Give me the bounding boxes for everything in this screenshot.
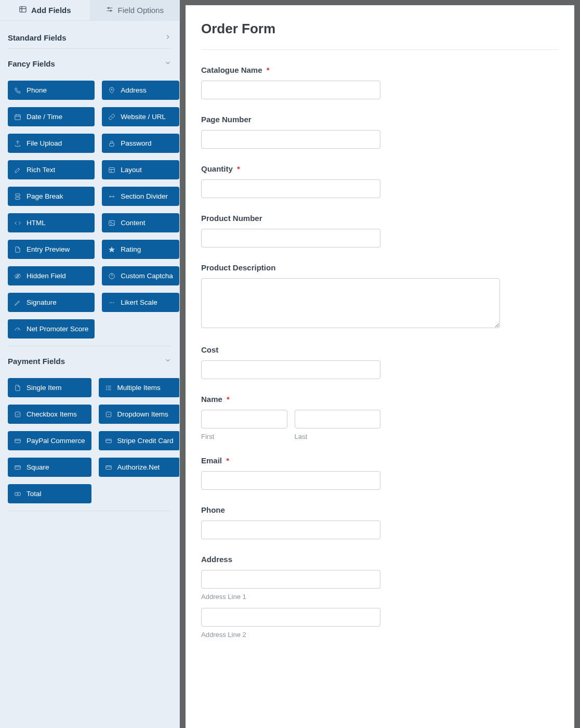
email-input[interactable]: [201, 471, 380, 490]
product-description-input[interactable]: [201, 278, 500, 328]
phone-input[interactable]: [201, 521, 380, 539]
field-name[interactable]: Name * First Last: [201, 395, 559, 440]
svg-line-29: [18, 328, 19, 330]
svg-point-25: [112, 277, 112, 278]
tab-add-fields[interactable]: Add Fields: [0, 0, 90, 20]
field-button-stripe-credit-card[interactable]: Stripe Credit Card: [99, 431, 179, 450]
field-button-page-break[interactable]: Page Break: [8, 187, 95, 206]
eye-off-icon: [14, 272, 21, 280]
field-button-website-url[interactable]: Website / URL: [102, 107, 179, 126]
field-button-label: Password: [121, 139, 151, 147]
page-break-icon: [14, 193, 21, 200]
field-button-content[interactable]: Content: [102, 213, 179, 232]
field-button-date-time[interactable]: Date / Time: [8, 107, 95, 126]
label-text: Phone: [201, 505, 225, 514]
sidebar-body: Standard Fields Fancy Fields PhoneAddres…: [0, 21, 179, 522]
field-catalogue-name[interactable]: Catalogue Name *: [201, 66, 559, 99]
field-button-label: Address: [121, 86, 147, 94]
field-label: Email *: [201, 456, 559, 465]
field-button-label: Entry Preview: [27, 245, 70, 253]
field-email[interactable]: Email *: [201, 456, 559, 490]
svg-point-7: [111, 89, 112, 90]
page-number-input[interactable]: [201, 130, 380, 149]
field-button-square[interactable]: Square: [8, 458, 91, 477]
calendar-icon: [14, 113, 21, 121]
field-button-dropdown-items[interactable]: Dropdown Items: [99, 405, 179, 424]
field-button-section-divider[interactable]: Section Divider: [102, 187, 179, 206]
field-grid-payment: Single ItemMultiple ItemsCheckbox ItemsD…: [8, 372, 172, 511]
field-button-signature[interactable]: Signature: [8, 293, 95, 312]
svg-marker-21: [109, 246, 115, 252]
sublabel-address-line2: Address Line 2: [201, 631, 380, 639]
lock-icon: [108, 140, 115, 147]
phone-icon: [14, 87, 21, 94]
link-icon: [108, 113, 115, 121]
field-address[interactable]: Address Address Line 1 Address Line 2: [201, 555, 559, 639]
field-button-label: Authorize.Net: [117, 463, 160, 471]
first-name-input[interactable]: [201, 410, 287, 428]
field-button-hidden-field[interactable]: Hidden Field: [8, 266, 95, 285]
field-button-likert-scale[interactable]: Likert Scale: [102, 293, 179, 312]
field-button-net-promoter-score[interactable]: Net Promoter Score: [8, 319, 95, 339]
field-button-rating[interactable]: Rating: [102, 240, 179, 259]
field-button-rich-text[interactable]: Rich Text: [8, 160, 95, 179]
field-button-label: Date / Time: [27, 113, 62, 121]
address-line1-input[interactable]: [201, 570, 380, 589]
field-button-label: Net Promoter Score: [27, 325, 88, 333]
field-button-multiple-items[interactable]: Multiple Items: [99, 378, 179, 397]
field-product-number[interactable]: Product Number: [201, 214, 559, 248]
catalogue-name-input[interactable]: [201, 81, 380, 99]
address-line2-input[interactable]: [201, 608, 380, 627]
field-button-authorize-net[interactable]: Authorize.Net: [99, 458, 179, 477]
field-product-description[interactable]: Product Description: [201, 263, 559, 330]
label-text: Product Description: [201, 263, 275, 272]
field-button-label: HTML: [27, 219, 46, 227]
field-phone[interactable]: Phone: [201, 505, 559, 539]
field-button-label: Checkbox Items: [27, 410, 77, 418]
layout-icon: [108, 166, 115, 174]
field-button-paypal-commerce[interactable]: PayPal Commerce: [8, 431, 91, 450]
svg-point-20: [110, 222, 111, 223]
field-button-password[interactable]: Password: [102, 134, 179, 153]
required-mark: *: [226, 456, 229, 465]
field-button-file-upload[interactable]: File Upload: [8, 134, 95, 153]
field-button-total[interactable]: Total: [8, 484, 91, 503]
sidebar-tabs: Add Fields Field Options: [0, 0, 179, 21]
field-label: Name *: [201, 395, 559, 404]
section-standard-fields: Standard Fields: [8, 27, 172, 49]
section-header-payment[interactable]: Payment Fields: [8, 350, 172, 372]
section-header-fancy[interactable]: Fancy Fields: [8, 53, 172, 74]
quantity-input[interactable]: [201, 179, 380, 198]
divider-icon: [108, 193, 115, 200]
field-button-layout[interactable]: Layout: [102, 160, 179, 179]
card-icon: [105, 464, 112, 471]
field-button-entry-preview[interactable]: Entry Preview: [8, 240, 95, 259]
field-button-html[interactable]: HTML: [8, 213, 95, 232]
card-icon: [14, 437, 21, 445]
svg-rect-8: [15, 114, 21, 119]
section-header-standard[interactable]: Standard Fields: [8, 27, 172, 49]
product-number-input[interactable]: [201, 229, 380, 248]
svg-rect-12: [110, 143, 114, 146]
field-button-single-item[interactable]: Single Item: [8, 378, 91, 397]
svg-rect-36: [15, 412, 20, 417]
field-page-number[interactable]: Page Number: [201, 115, 559, 149]
field-button-checkbox-items[interactable]: Checkbox Items: [8, 405, 91, 424]
tab-field-options[interactable]: Field Options: [90, 0, 180, 20]
field-quantity[interactable]: Quantity *: [201, 164, 559, 198]
field-button-label: Rich Text: [27, 166, 55, 174]
label-text: Email: [201, 456, 222, 465]
label-text: Address: [201, 555, 232, 564]
cost-input[interactable]: [201, 360, 380, 379]
field-button-label: Page Break: [27, 192, 63, 200]
last-name-input[interactable]: [295, 410, 381, 428]
svg-rect-19: [109, 220, 115, 225]
field-label: Page Number: [201, 115, 559, 124]
field-button-label: Website / URL: [121, 113, 166, 121]
field-cost[interactable]: Cost: [201, 345, 559, 379]
field-button-phone[interactable]: Phone: [8, 81, 95, 100]
field-button-label: Total: [27, 490, 42, 498]
chevron-down-icon: [164, 357, 172, 366]
field-button-custom-captcha[interactable]: Custom Captcha: [102, 266, 179, 285]
field-button-address[interactable]: Address: [102, 81, 179, 100]
